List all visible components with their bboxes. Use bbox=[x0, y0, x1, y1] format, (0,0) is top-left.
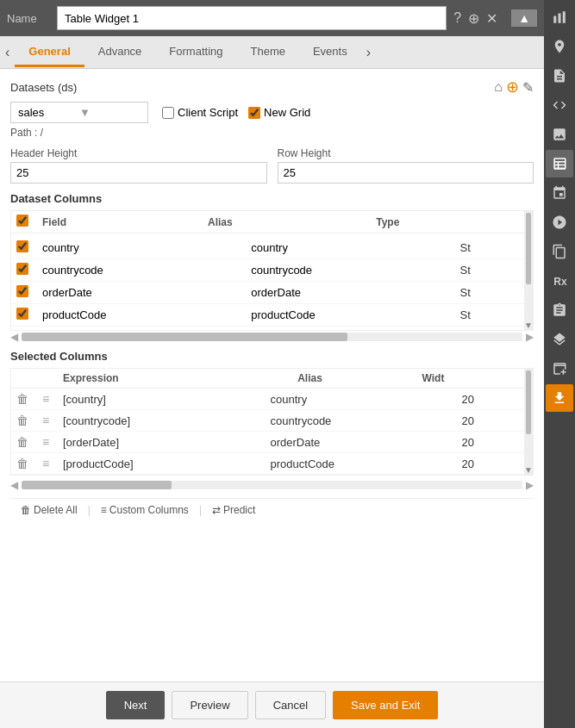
path-label: Path : bbox=[10, 127, 37, 139]
dataset-col-row: country country St bbox=[11, 237, 533, 259]
field-col-header: Field bbox=[37, 211, 203, 233]
path-row: Path : / bbox=[10, 127, 534, 139]
columns-icon: ≡ bbox=[101, 504, 107, 516]
col-checkbox-0[interactable] bbox=[16, 240, 28, 252]
col-field-3: productCode bbox=[37, 304, 246, 327]
dropdown-arrow-icon: ▼ bbox=[79, 106, 141, 119]
sel-expression-1: [countrycode] bbox=[58, 410, 266, 432]
delete-row-icon-2[interactable]: 🗑 bbox=[16, 435, 28, 449]
sidebar-layer-icon[interactable] bbox=[546, 326, 573, 353]
selected-col-row: 🗑 ≡ [country] country 20 bbox=[11, 389, 533, 410]
tab-prev-button[interactable]: ‹ bbox=[0, 36, 15, 68]
tab-general[interactable]: General bbox=[15, 38, 84, 67]
sel-expression-3: [productCode] bbox=[58, 453, 266, 475]
delete-row-icon-0[interactable]: 🗑 bbox=[16, 392, 28, 406]
sidebar-download-icon[interactable] bbox=[546, 384, 573, 412]
new-grid-checkbox[interactable] bbox=[248, 107, 260, 119]
help-icon[interactable]: ? bbox=[453, 10, 461, 26]
add-dataset-button[interactable]: ⊕ bbox=[506, 78, 519, 96]
client-script-label[interactable]: Client Script bbox=[162, 106, 238, 119]
sidebar-bar-chart-icon[interactable] bbox=[546, 3, 573, 31]
dataset-selected-value: sales bbox=[18, 106, 79, 119]
selected-h-scroll-bar[interactable] bbox=[22, 481, 522, 489]
sidebar-gauge-icon[interactable] bbox=[546, 208, 573, 236]
dataset-columns-title: Dataset Columns bbox=[10, 192, 534, 205]
svg-rect-0 bbox=[553, 16, 556, 23]
header-height-input[interactable] bbox=[10, 162, 267, 184]
col-field-2: orderDate bbox=[37, 282, 246, 304]
col-type-3: St bbox=[455, 304, 534, 327]
col-checkbox-1[interactable] bbox=[16, 263, 28, 275]
delete-row-icon-3[interactable]: 🗑 bbox=[16, 457, 28, 470]
move-icon[interactable]: ⊕ bbox=[468, 10, 479, 27]
edit-dataset-button[interactable]: ✎ bbox=[522, 78, 534, 96]
alias-col-header: Alias bbox=[203, 211, 371, 233]
delete-all-action[interactable]: 🗑 Delete All bbox=[21, 504, 78, 516]
tab-formatting[interactable]: Formatting bbox=[155, 38, 236, 67]
widget-name-input[interactable] bbox=[57, 6, 447, 30]
selected-col-row: 🗑 ≡ [countrycode] countrycode 20 bbox=[11, 410, 533, 432]
client-script-checkbox[interactable] bbox=[162, 107, 174, 119]
top-right-button[interactable]: ▲ bbox=[511, 9, 537, 27]
trash-icon: 🗑 bbox=[21, 504, 31, 516]
tab-next-button[interactable]: › bbox=[361, 36, 376, 68]
tab-theme[interactable]: Theme bbox=[236, 38, 298, 67]
sidebar-document-icon[interactable] bbox=[546, 62, 573, 90]
custom-columns-action[interactable]: ≡ Custom Columns bbox=[101, 504, 189, 516]
h-scroll-left-icon[interactable]: ◀ bbox=[10, 331, 18, 343]
sidebar-report-icon[interactable] bbox=[546, 296, 573, 324]
col-type-2: St bbox=[455, 282, 534, 304]
drag-handle-icon-2[interactable]: ≡ bbox=[42, 435, 49, 449]
selected-h-scroll-left-icon[interactable]: ◀ bbox=[10, 479, 18, 491]
sidebar-table-icon[interactable] bbox=[546, 150, 573, 177]
save-exit-button[interactable]: Save and Exit bbox=[333, 691, 438, 719]
col-type-1: St bbox=[455, 259, 534, 282]
dataset-col-row: orderDate orderDate St bbox=[11, 282, 533, 304]
expression-col-header: Expression bbox=[58, 369, 292, 389]
dataset-dropdown[interactable]: sales ▼ bbox=[10, 102, 148, 123]
col-alias-3: productCode bbox=[246, 304, 454, 327]
drag-handle-icon-3[interactable]: ≡ bbox=[42, 457, 49, 470]
sidebar-image-icon[interactable] bbox=[546, 121, 573, 148]
delete-all-label: Delete All bbox=[34, 504, 78, 516]
sidebar-map-icon[interactable] bbox=[546, 33, 573, 60]
col-alias-2: orderDate bbox=[246, 282, 454, 304]
select-all-checkbox[interactable] bbox=[16, 215, 28, 227]
close-icon[interactable]: ✕ bbox=[486, 10, 497, 27]
svg-text:Rx: Rx bbox=[553, 276, 567, 288]
sidebar-copy-icon[interactable] bbox=[546, 238, 573, 265]
sel-width-3: 20 bbox=[456, 453, 533, 475]
tab-events[interactable]: Events bbox=[299, 38, 361, 67]
col-alias-0: country bbox=[246, 237, 454, 259]
sel-expression-2: [orderDate] bbox=[58, 432, 266, 453]
sidebar-rx-icon[interactable]: Rx bbox=[546, 267, 573, 295]
drag-handle-icon-1[interactable]: ≡ bbox=[42, 414, 49, 427]
col-checkbox-3[interactable] bbox=[16, 308, 28, 320]
next-button[interactable]: Next bbox=[106, 691, 166, 719]
selected-col-row: 🗑 ≡ [productCode] productCode 20 bbox=[11, 453, 533, 475]
col-field-1: countrycode bbox=[37, 259, 246, 282]
preview-button[interactable]: Preview bbox=[172, 691, 247, 719]
header-height-label: Header Height bbox=[10, 147, 267, 159]
custom-columns-label: Custom Columns bbox=[109, 504, 189, 516]
h-scroll-bar[interactable] bbox=[22, 333, 522, 341]
cancel-button[interactable]: Cancel bbox=[255, 691, 326, 719]
col-checkbox-2[interactable] bbox=[16, 285, 28, 297]
sel-alias-3: productCode bbox=[266, 453, 457, 475]
new-grid-label[interactable]: New Grid bbox=[248, 106, 310, 119]
h-scroll-right-icon[interactable]: ▶ bbox=[526, 331, 534, 343]
col-field-0: country bbox=[37, 237, 246, 259]
selected-col-row: 🗑 ≡ [orderDate] orderDate 20 bbox=[11, 432, 533, 453]
predict-action[interactable]: ⇄ Predict bbox=[212, 504, 255, 516]
selected-h-scroll-right-icon[interactable]: ▶ bbox=[526, 479, 534, 491]
sel-expression-0: [country] bbox=[58, 389, 266, 410]
sidebar-grid-plus-icon[interactable] bbox=[546, 355, 573, 383]
client-script-text: Client Script bbox=[178, 106, 238, 119]
sidebar-tree-icon[interactable] bbox=[546, 179, 573, 207]
tab-advance[interactable]: Advance bbox=[84, 38, 156, 67]
sidebar-code-icon[interactable] bbox=[546, 91, 573, 119]
delete-row-icon-1[interactable]: 🗑 bbox=[16, 414, 28, 427]
home-icon-button[interactable]: ⌂ bbox=[494, 78, 503, 96]
drag-handle-icon-0[interactable]: ≡ bbox=[42, 392, 49, 406]
row-height-input[interactable] bbox=[278, 162, 534, 184]
